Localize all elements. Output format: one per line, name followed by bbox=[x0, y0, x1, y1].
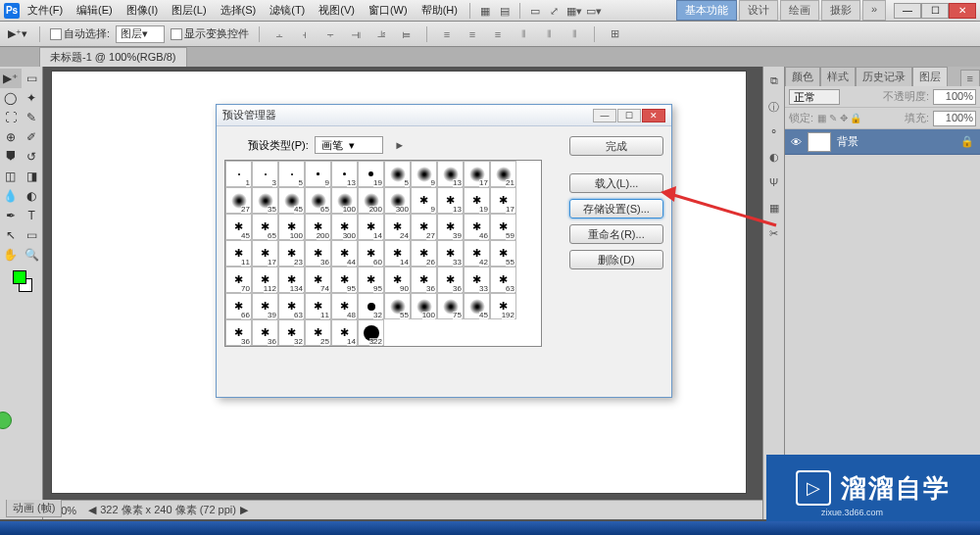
menu-edit[interactable]: 编辑(E) bbox=[71, 1, 119, 20]
brush-preset-45[interactable]: 45 bbox=[464, 293, 490, 319]
brush-preset-32[interactable]: ✱32 bbox=[278, 319, 305, 346]
align-top-icon[interactable]: ⫠ bbox=[270, 24, 289, 44]
delete-button[interactable]: 删除(D) bbox=[569, 250, 663, 269]
workspace-essentials[interactable]: 基本功能 bbox=[676, 0, 737, 21]
distribute-left-icon[interactable]: ⦀ bbox=[514, 24, 533, 44]
brush-preset-112[interactable]: ✱112 bbox=[252, 267, 278, 293]
brush-preset-13[interactable]: ✱13 bbox=[437, 187, 464, 214]
brush-preset-45[interactable]: 45 bbox=[278, 187, 305, 214]
brush-preset-33[interactable]: ✱33 bbox=[464, 267, 490, 293]
doc-info[interactable]: ◀322 像素 x 240 像素 (72 ppi)▶ bbox=[88, 503, 248, 517]
brush-preset-39[interactable]: ✱39 bbox=[437, 214, 464, 240]
healing-tool[interactable]: ⊕ bbox=[0, 127, 22, 147]
brush-preset-59[interactable]: ✱59 bbox=[490, 214, 516, 240]
brush-preset-192[interactable]: ✱192 bbox=[490, 293, 516, 319]
brush-preset-55[interactable]: 55 bbox=[384, 293, 411, 319]
brush-preset-63[interactable]: ✱63 bbox=[490, 267, 516, 293]
pen-tool[interactable]: ✒ bbox=[0, 206, 22, 225]
brush-preset-60[interactable]: ✱60 bbox=[358, 240, 384, 267]
align-bottom-icon[interactable]: ⫟ bbox=[320, 24, 340, 44]
type-tool[interactable]: T bbox=[22, 206, 43, 225]
brush-preset-11[interactable]: ✱11 bbox=[305, 293, 331, 319]
brush-preset-36[interactable]: ✱36 bbox=[411, 267, 437, 293]
menu-view[interactable]: 视图(V) bbox=[313, 1, 361, 20]
brush-preset-70[interactable]: ✱70 bbox=[225, 267, 252, 293]
dialog-titlebar[interactable]: 预设管理器 — ☐ ✕ bbox=[217, 105, 671, 126]
view-extras-icon[interactable]: ▭ bbox=[526, 2, 544, 20]
distribute-bottom-icon[interactable]: ≡ bbox=[488, 24, 508, 44]
brush-preset-95[interactable]: ✱95 bbox=[358, 267, 384, 293]
brush-preset-75[interactable]: 75 bbox=[437, 293, 464, 319]
color-swatch[interactable] bbox=[13, 270, 30, 284]
current-tool-icon[interactable]: ▶⁺▾ bbox=[6, 24, 29, 44]
workspace-photography[interactable]: 摄影 bbox=[821, 0, 860, 21]
rename-button[interactable]: 重命名(R)... bbox=[569, 224, 663, 244]
brush-preset-39[interactable]: ✱39 bbox=[252, 293, 278, 319]
workspace-more[interactable]: » bbox=[862, 0, 886, 21]
tab-layers[interactable]: 图层 bbox=[912, 67, 948, 86]
brush-preset-17[interactable]: ✱17 bbox=[252, 240, 278, 267]
brush-preset-200[interactable]: 200 bbox=[358, 187, 384, 214]
brush-preset-1[interactable]: 1 bbox=[225, 161, 252, 187]
brush-preset-200[interactable]: ✱200 bbox=[305, 214, 331, 240]
maximize-button[interactable]: ☐ bbox=[921, 3, 949, 19]
auto-select-dropdown[interactable]: 图层 ▾ bbox=[116, 25, 165, 43]
brush-preset-27[interactable]: ✱27 bbox=[411, 214, 437, 240]
brush-preset-3[interactable]: 3 bbox=[252, 161, 278, 187]
brush-preset-55[interactable]: ✱55 bbox=[490, 240, 516, 267]
workspace-painting[interactable]: 绘画 bbox=[780, 0, 819, 21]
brush-preset-9[interactable]: ✱9 bbox=[411, 187, 437, 214]
paragraph-icon[interactable]: ▦ bbox=[766, 202, 782, 218]
eraser-tool[interactable]: ◫ bbox=[0, 167, 22, 186]
save-set-button[interactable]: 存储设置(S)... bbox=[569, 199, 663, 219]
path-tool[interactable]: ↖ bbox=[0, 225, 22, 245]
brush-preset-32[interactable]: 32 bbox=[358, 293, 384, 319]
brush-grid[interactable]: 135913195913172127354565100200300✱9✱13✱1… bbox=[224, 160, 542, 347]
menu-window[interactable]: 窗口(W) bbox=[363, 1, 414, 20]
screen-mode-icon[interactable]: ▭▾ bbox=[585, 2, 603, 20]
brush-tool[interactable]: ✐ bbox=[22, 127, 43, 147]
brush-preset-44[interactable]: ✱44 bbox=[331, 240, 358, 267]
done-button[interactable]: 完成 bbox=[569, 136, 663, 156]
menu-layer[interactable]: 图层(L) bbox=[166, 1, 212, 20]
brush-preset-36[interactable]: ✱36 bbox=[437, 267, 464, 293]
brush-preset-65[interactable]: ✱65 bbox=[252, 214, 278, 240]
brush-preset-134[interactable]: ✱134 bbox=[278, 267, 305, 293]
brush-preset-63[interactable]: ✱63 bbox=[278, 293, 305, 319]
brush-preset-14[interactable]: ✱14 bbox=[358, 214, 384, 240]
brush-preset-9[interactable]: 9 bbox=[411, 161, 437, 187]
brush-preset-14[interactable]: ✱14 bbox=[331, 319, 358, 346]
brush-preset-100[interactable]: 100 bbox=[411, 293, 437, 319]
menu-select[interactable]: 选择(S) bbox=[215, 1, 263, 20]
align-right-icon[interactable]: ⫢ bbox=[397, 24, 416, 44]
move-tool[interactable]: ▶⁺ bbox=[0, 69, 22, 88]
tab-history[interactable]: 历史记录 bbox=[856, 67, 912, 86]
crop-tool[interactable]: ⛶ bbox=[0, 108, 22, 127]
history-brush-tool[interactable]: ↺ bbox=[22, 147, 43, 167]
align-hcenter-icon[interactable]: ⫡ bbox=[371, 24, 391, 44]
workspace-design[interactable]: 设计 bbox=[739, 0, 778, 21]
brush-preset-33[interactable]: ✱33 bbox=[437, 240, 464, 267]
brush-preset-65[interactable]: 65 bbox=[305, 187, 331, 214]
adjustments-icon[interactable]: ◐ bbox=[766, 151, 782, 167]
brush-preset-100[interactable]: 100 bbox=[331, 187, 358, 214]
auto-select-check[interactable]: 自动选择: bbox=[50, 26, 110, 41]
brush-preset-27[interactable]: 27 bbox=[225, 187, 252, 214]
brush-preset-23[interactable]: ✱23 bbox=[278, 240, 305, 267]
brush-preset-24[interactable]: ✱24 bbox=[384, 214, 411, 240]
brush-preset-90[interactable]: ✱90 bbox=[384, 267, 411, 293]
brush-preset-19[interactable]: ✱19 bbox=[464, 187, 490, 214]
eyedropper-tool[interactable]: ✎ bbox=[22, 108, 43, 127]
minimize-button[interactable]: — bbox=[894, 3, 921, 19]
hand-tool[interactable]: ✋ bbox=[0, 245, 22, 265]
align-left-icon[interactable]: ⫣ bbox=[346, 24, 366, 44]
preset-flyout-icon[interactable]: ► bbox=[393, 138, 407, 152]
distribute-right-icon[interactable]: ⦀ bbox=[564, 24, 584, 44]
brush-preset-95[interactable]: ✱95 bbox=[331, 267, 358, 293]
info-icon[interactable]: ⓘ bbox=[766, 100, 782, 116]
tab-styles[interactable]: 样式 bbox=[820, 67, 856, 86]
dialog-maximize-button[interactable]: ☐ bbox=[617, 109, 641, 122]
brush-preset-46[interactable]: ✱46 bbox=[464, 214, 490, 240]
zoom-tool[interactable]: 🔍 bbox=[22, 245, 43, 265]
menu-file[interactable]: 文件(F) bbox=[22, 1, 69, 20]
